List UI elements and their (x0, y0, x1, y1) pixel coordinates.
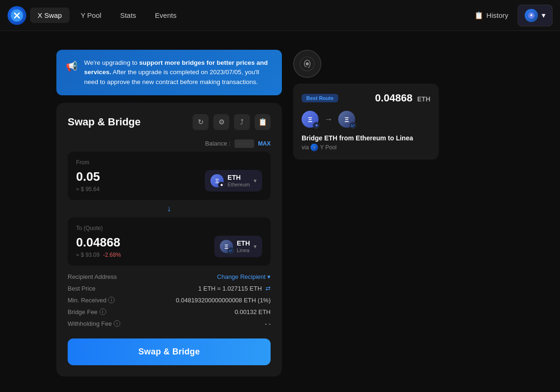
refresh-button[interactable]: ↻ (193, 114, 209, 130)
to-chain-badge: L² (227, 247, 234, 254)
from-token-icon: Ξ ◆ (210, 174, 224, 187)
swap-header: Swap & Bridge ↻ ⚙ ⤴ 📋 (68, 114, 271, 130)
wallet-icon (525, 9, 538, 22)
to-usd-base: ≈ $ 93.09 (76, 252, 100, 258)
history-label: History (486, 11, 508, 19)
route-arrow-row: Ξ ◆ → Ξ L² (302, 111, 430, 128)
swap-actions: ↻ ⚙ ⤴ 📋 (193, 114, 271, 130)
to-usd: ≈ $ 93.09 -2.68% (76, 252, 121, 258)
bridge-fee-row: Bridge Fee i 0.00132 ETH (68, 308, 271, 315)
min-received-info-icon[interactable]: i (108, 297, 115, 303)
from-token-chain: Ethereum (227, 182, 250, 188)
bridge-fee-label: Bridge Fee i (68, 308, 106, 315)
change-recipient-button[interactable]: Change Recipient ▾ (217, 273, 271, 280)
min-received-value: 0.048193200000000008 ETH (1%) (176, 297, 271, 304)
ypool-icon: Y (311, 144, 318, 151)
to-usd-change: -2.68% (103, 252, 121, 258)
balance-value: ····· (234, 139, 255, 148)
to-amount: 0.04868 (76, 235, 121, 250)
nav-xswap[interactable]: X Swap (30, 8, 70, 23)
via-pool-name: Y Pool (320, 144, 336, 151)
best-price-label: Best Price (68, 285, 95, 292)
nav-stats[interactable]: Stats (113, 8, 144, 23)
wallet-button[interactable]: ▾ (518, 5, 552, 26)
swap-direction-arrow: ↓ (68, 204, 271, 214)
withholding-fee-label: Withholding Fee i (68, 320, 120, 327)
share-button[interactable]: ⤴ (234, 114, 250, 130)
history-button[interactable]: 📋 History (469, 8, 514, 23)
to-token-symbol: ETH (237, 239, 250, 247)
nav-events[interactable]: Events (148, 8, 184, 23)
from-token-row: 0.05 ≈ $ 95.64 Ξ ◆ ETH Ethereum ▾ (76, 169, 262, 192)
best-price-swap-icon[interactable]: ⇄ (265, 285, 271, 292)
to-box: To (Quote) 0.04868 ≈ $ 93.09 -2.68% Ξ L² (68, 217, 271, 266)
to-chevron-icon: ▾ (254, 243, 257, 250)
banner-text: We're upgrading to support more bridges … (84, 58, 272, 87)
from-token-names: ETH Ethereum (227, 174, 250, 188)
main-content: 📢 We're upgrading to support more bridge… (0, 31, 560, 392)
from-box: From 0.05 ≈ $ 95.64 Ξ ◆ ETH Ethereum (68, 152, 271, 200)
best-price-row: Best Price 1 ETH = 1.027115 ETH ⇄ (68, 285, 271, 292)
nav-ypool[interactable]: Y Pool (73, 8, 109, 23)
min-received-label: Min. Received i (68, 297, 115, 304)
to-label: To (Quote) (76, 225, 262, 231)
withholding-fee-value: - - (265, 320, 271, 327)
recipient-label: Recipient Address (68, 273, 117, 280)
best-price-row-value: 1 ETH = 1.027115 ETH ⇄ (198, 285, 271, 292)
from-token-selector[interactable]: Ξ ◆ ETH Ethereum ▾ (205, 170, 262, 192)
route-description: Bridge ETH from Ethereum to Linea (302, 134, 430, 142)
best-price-value: 1 ETH = 1.027115 ETH (198, 285, 262, 292)
to-token-row: 0.04868 ≈ $ 93.09 -2.68% Ξ L² ETH (76, 235, 262, 258)
to-token-icon: Ξ L² (220, 240, 233, 253)
route-card-header: Best Route 0.04868 ETH (302, 92, 430, 104)
max-button[interactable]: MAX (258, 140, 271, 147)
route-amount: 0.04868 ETH (375, 92, 430, 104)
from-chevron-icon: ▾ (254, 177, 257, 184)
to-token-names: ETH Linea (237, 239, 250, 254)
route-to-icon: Ξ L² (338, 111, 355, 128)
withholding-fee-info-icon[interactable]: i (114, 320, 120, 327)
from-label: From (76, 159, 262, 166)
to-token-chain: Linea (237, 247, 250, 254)
swap-card: Swap & Bridge ↻ ⚙ ⤴ 📋 Balance : ····· MA… (56, 103, 282, 377)
swap-title: Swap & Bridge (68, 116, 140, 128)
info-section: Recipient Address Change Recipient ▾ Bes… (68, 273, 271, 327)
banner-icon: 📢 (66, 59, 78, 73)
right-column: Best Route 0.04868 ETH Ξ ◆ → Ξ L² Bridge… (293, 50, 439, 160)
from-token-symbol: ETH (227, 174, 250, 182)
bridge-fee-info-icon[interactable]: i (100, 308, 106, 315)
wallet-chevron: ▾ (542, 11, 545, 20)
navbar: X Swap Y Pool Stats Events 📋 History ▾ (0, 0, 560, 31)
app-logo[interactable] (8, 6, 26, 25)
via-label: via (302, 144, 309, 151)
from-usd: ≈ $ 95.64 (76, 186, 100, 192)
swap-bridge-button[interactable]: Swap & Bridge (68, 338, 271, 365)
to-token-selector[interactable]: Ξ L² ETH Linea ▾ (214, 236, 262, 257)
down-arrow-icon: ↓ (167, 204, 171, 214)
history-doc-button[interactable]: 📋 (255, 114, 271, 130)
from-amount: 0.05 (76, 169, 100, 184)
balance-row: Balance : ····· MAX (68, 139, 271, 148)
upgrade-banner: 📢 We're upgrading to support more bridge… (56, 50, 282, 95)
from-chain-badge: ◆ (218, 182, 225, 188)
min-received-row: Min. Received i 0.048193200000000008 ETH… (68, 297, 271, 304)
balance-label: Balance : (205, 140, 230, 147)
recipient-row: Recipient Address Change Recipient ▾ (68, 273, 271, 280)
withholding-fee-row: Withholding Fee i - - (68, 320, 271, 327)
route-card: Best Route 0.04868 ETH Ξ ◆ → Ξ L² Bridge… (293, 84, 439, 160)
settings-button[interactable]: ⚙ (213, 114, 229, 130)
best-route-badge: Best Route (302, 94, 338, 102)
route-from-icon: Ξ ◆ (302, 111, 319, 128)
left-column: 📢 We're upgrading to support more bridge… (56, 50, 282, 377)
history-icon: 📋 (474, 11, 483, 20)
bridge-fee-value: 0.00132 ETH (234, 308, 271, 315)
route-via: via Y Y Pool (302, 144, 430, 151)
route-arrow-icon: → (324, 115, 333, 124)
route-amount-unit: ETH (417, 95, 430, 103)
route-icon-wrap (293, 50, 321, 78)
